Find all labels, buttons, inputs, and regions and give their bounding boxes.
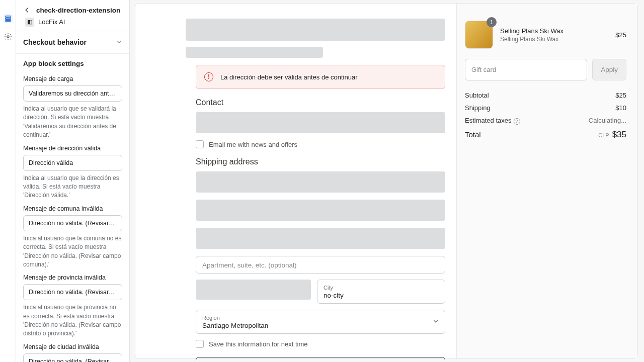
- settings-icon[interactable]: [4, 32, 13, 41]
- input-comuna[interactable]: [23, 215, 122, 231]
- sections-icon[interactable]: [4, 14, 13, 23]
- taxes-row: Estimated taxes? Calculating...: [465, 117, 626, 125]
- skeleton-postal: [196, 280, 311, 300]
- input-provincia[interactable]: [23, 284, 122, 300]
- field-error-box: ✕ Dirección no válida. (Revisar campo co…: [196, 357, 445, 362]
- svg-rect-1: [5, 18, 11, 20]
- apply-button[interactable]: Apply: [592, 59, 626, 80]
- skeleton-breadcrumb: [186, 47, 323, 58]
- checkbox-save-info[interactable]: [196, 340, 204, 348]
- back-icon[interactable]: [23, 6, 31, 14]
- qty-badge: 1: [487, 17, 497, 27]
- error-banner: ! La dirección debe ser válida antes de …: [196, 65, 445, 89]
- shipping-row: Shipping $10: [465, 104, 626, 112]
- settings-sidebar: check-direction-extension ◧ LocFix AI Ch…: [16, 0, 130, 362]
- block-settings-header: App block settings: [16, 53, 129, 70]
- region-select[interactable]: Region Santiago Metropolitan: [196, 310, 445, 334]
- contact-header: Contact: [196, 98, 445, 107]
- email-news-row[interactable]: Email me with news and offers: [196, 140, 445, 148]
- checkout-behavior-toggle[interactable]: Checkout behavior: [16, 31, 129, 53]
- skeleton-address: [196, 228, 445, 249]
- skeleton-name: [196, 200, 445, 221]
- total-row: Total CLP$35: [465, 130, 626, 140]
- gift-card-input[interactable]: Gift card: [465, 59, 587, 80]
- cart-item: 1 Selling Plans Ski Wax Selling Plans Sk…: [465, 21, 626, 49]
- app-row[interactable]: ◧ LocFix AI: [16, 16, 129, 31]
- skeleton-country: [196, 171, 445, 193]
- input-ciudad[interactable]: [23, 353, 122, 362]
- item-subtitle: Selling Plans Ski Wax: [500, 36, 608, 43]
- editor-rail: [0, 0, 16, 362]
- skeleton-email: [196, 112, 445, 133]
- checkbox-email-news[interactable]: [196, 140, 204, 148]
- help-loading: Indica al usuario que se validará la dir…: [23, 105, 122, 140]
- order-summary: 1 Selling Plans Ski Wax Selling Plans Sk…: [456, 4, 637, 358]
- help-provincia: Inica al usuario que la provincia no es …: [23, 303, 122, 338]
- svg-point-3: [7, 36, 9, 38]
- checkout-form: ! La dirección debe ser válida antes de …: [135, 4, 456, 358]
- input-valid[interactable]: [23, 155, 122, 171]
- preview-area: ! La dirección debe ser válida antes de …: [130, 0, 644, 362]
- label-valid: Mensaje de dirección válida: [23, 145, 122, 152]
- skeleton-logo: [186, 19, 445, 41]
- label-comuna: Mensaje de comuna inválida: [23, 205, 122, 212]
- svg-rect-2: [5, 21, 11, 22]
- app-icon: ◧: [25, 18, 34, 27]
- shipping-header: Shipping address: [196, 157, 445, 166]
- chevron-down-icon: [433, 318, 439, 326]
- product-thumb: 1: [465, 21, 493, 49]
- city-input[interactable]: City no-city: [317, 280, 445, 304]
- app-name: LocFix AI: [38, 18, 65, 26]
- subtotal-row: Subtotal $25: [465, 92, 626, 99]
- extension-name: check-direction-extension: [36, 7, 120, 14]
- label-provincia: Mensaje de provincia inválida: [23, 274, 122, 281]
- save-info-row[interactable]: Save this information for next time: [196, 340, 445, 348]
- info-icon[interactable]: ?: [514, 118, 520, 125]
- label-ciudad: Mensaje de ciudad inválida: [23, 343, 122, 350]
- input-loading[interactable]: [23, 85, 122, 102]
- help-comuna: Inica al usuario que la comuna no es cor…: [23, 234, 122, 269]
- apartment-input[interactable]: Apartment, suite, etc. (optional): [196, 256, 445, 274]
- item-title: Selling Plans Ski Wax: [500, 27, 608, 35]
- chevron-down-icon: [116, 38, 122, 46]
- alert-icon: !: [204, 72, 213, 81]
- help-valid: Indica al usuario que la dirección es vá…: [23, 174, 122, 200]
- item-price: $25: [615, 31, 626, 39]
- svg-rect-0: [5, 16, 11, 18]
- label-loading: Mensaje de carga: [23, 75, 122, 82]
